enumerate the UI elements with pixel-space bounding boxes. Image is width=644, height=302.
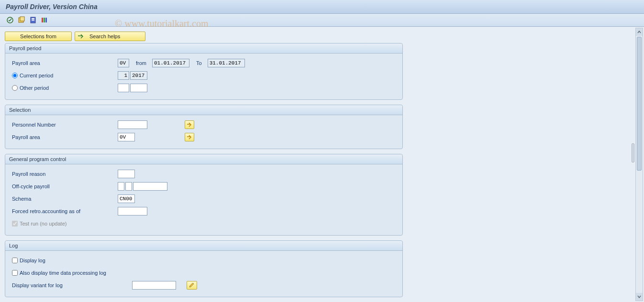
- selection-header: Selection: [5, 105, 402, 115]
- period-year-input[interactable]: [130, 71, 147, 80]
- log-group: Log Display log Also display time data p…: [5, 240, 403, 297]
- offcycle-input-2[interactable]: [125, 182, 132, 191]
- to-label: To: [196, 60, 202, 66]
- display-log-option[interactable]: Display log: [10, 258, 118, 263]
- to-date-input[interactable]: [208, 59, 245, 67]
- general-control-header: General program control: [5, 154, 402, 164]
- current-period-radio[interactable]: [12, 73, 18, 78]
- testrun-option: Test run (no update): [10, 221, 118, 226]
- offcycle-input-3[interactable]: [133, 182, 167, 191]
- testrun-checkbox: [12, 221, 18, 226]
- display-log-label: Display log: [20, 258, 45, 263]
- payroll-area-label: Payroll area: [10, 60, 118, 66]
- vertical-scrollbar[interactable]: [635, 28, 643, 301]
- selections-from-label: Selections from: [20, 33, 56, 39]
- scroll-up-button[interactable]: [636, 28, 643, 36]
- pencil-icon: [189, 282, 195, 288]
- current-period-option[interactable]: Current period: [10, 73, 118, 78]
- selections-from-button[interactable]: Selections from: [5, 32, 72, 41]
- other-period-label: Other period: [20, 85, 49, 91]
- svg-rect-2: [20, 17, 24, 21]
- current-period-label: Current period: [20, 73, 53, 78]
- arrow-right-icon: [78, 34, 85, 39]
- selection-area-input[interactable]: [118, 133, 135, 141]
- also-display-option[interactable]: Also display time data processing log: [10, 270, 106, 276]
- svg-rect-4: [32, 18, 34, 19]
- arrow-right-icon: [187, 122, 192, 127]
- arrow-right-icon: [187, 135, 192, 140]
- payroll-period-group: Payroll period Payroll area from To Curr…: [5, 43, 403, 100]
- also-display-label: Also display time data processing log: [20, 270, 106, 276]
- scroll-thumb[interactable]: [637, 37, 642, 171]
- svg-rect-5: [32, 20, 34, 21]
- other-period-radio[interactable]: [12, 85, 18, 91]
- documentation-icon[interactable]: [40, 16, 49, 24]
- also-display-checkbox[interactable]: [12, 270, 18, 276]
- get-variant-icon[interactable]: [29, 16, 37, 24]
- area-multi-select-button[interactable]: [185, 133, 194, 141]
- panel-resize-handle[interactable]: [632, 143, 634, 162]
- other-period-option[interactable]: Other period: [10, 85, 118, 91]
- scroll-down-button[interactable]: [636, 293, 643, 301]
- log-variant-label: Display variant for log: [10, 282, 132, 288]
- display-log-checkbox[interactable]: [12, 258, 18, 263]
- selection-group: Selection Personnel Number Payroll area: [5, 105, 403, 149]
- general-control-group: General program control Payroll reason O…: [5, 154, 403, 236]
- page-title: Payroll Driver, Version China: [6, 3, 98, 11]
- window-title-bar: Payroll Driver, Version China: [0, 0, 644, 14]
- from-label: from: [136, 60, 146, 66]
- personnel-number-input[interactable]: [118, 120, 147, 129]
- testrun-label: Test run (no update): [20, 221, 67, 226]
- action-button-row: Selections from Search helps: [5, 32, 639, 41]
- offcycle-input-1[interactable]: [118, 182, 124, 191]
- app-toolbar: [0, 14, 644, 27]
- schema-input[interactable]: [118, 194, 135, 203]
- variant-icon[interactable]: [17, 16, 26, 24]
- payroll-area-input[interactable]: [118, 59, 129, 67]
- schema-label: Schema: [10, 196, 118, 202]
- chevron-up-icon: [637, 30, 641, 34]
- content-area: Selections from Search helps Payroll per…: [0, 27, 644, 301]
- from-date-input[interactable]: [152, 59, 189, 67]
- svg-rect-7: [44, 18, 45, 22]
- other-period-year-input[interactable]: [130, 84, 147, 92]
- payroll-reason-input[interactable]: [118, 170, 135, 178]
- svg-rect-6: [42, 18, 43, 22]
- offcycle-label: Off-cycle payroll: [10, 183, 118, 189]
- log-variant-edit-button[interactable]: [187, 281, 197, 290]
- personnel-number-label: Personnel Number: [10, 122, 118, 128]
- log-header: Log: [5, 241, 402, 251]
- selection-area-label: Payroll area: [10, 134, 118, 140]
- search-helps-label: Search helps: [89, 33, 120, 39]
- period-num-input[interactable]: [118, 71, 129, 80]
- search-helps-button[interactable]: Search helps: [75, 32, 145, 41]
- other-period-num-input[interactable]: [118, 84, 129, 92]
- forced-retro-input[interactable]: [118, 207, 147, 216]
- personnel-multi-select-button[interactable]: [185, 120, 194, 129]
- forced-retro-label: Forced retro.accounting as of: [10, 208, 118, 214]
- chevron-down-icon: [637, 295, 641, 299]
- svg-rect-8: [45, 18, 47, 22]
- execute-icon[interactable]: [6, 16, 14, 24]
- payroll-period-header: Payroll period: [5, 43, 402, 54]
- payroll-reason-label: Payroll reason: [10, 171, 118, 177]
- log-variant-input[interactable]: [132, 281, 176, 290]
